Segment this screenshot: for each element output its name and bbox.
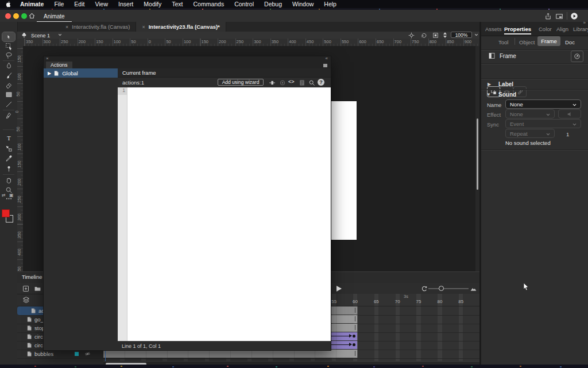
puppet-pin-tool-icon[interactable] xyxy=(2,164,15,173)
menu-animate[interactable]: Animate xyxy=(15,1,49,7)
menu-window[interactable]: Window xyxy=(287,1,319,7)
timeline-tab[interactable]: Timeline xyxy=(22,274,42,280)
panel-close-icon[interactable]: × xyxy=(46,56,49,61)
menu-debug[interactable]: Debug xyxy=(259,1,287,7)
play-button[interactable] xyxy=(335,285,343,292)
fill-color-swatch[interactable] xyxy=(2,209,10,217)
h-ruler-label: 400 xyxy=(289,39,296,44)
tree-expand-icon[interactable]: ▶ xyxy=(48,71,51,76)
menu-view[interactable]: View xyxy=(90,1,113,7)
hand-tool-icon[interactable] xyxy=(2,175,15,185)
frame-view-icon[interactable] xyxy=(469,285,477,292)
frame-options-button[interactable] xyxy=(571,51,583,62)
menu-commands[interactable]: Commands xyxy=(188,1,230,7)
close-tab-icon[interactable]: × xyxy=(142,24,145,30)
tab-library[interactable]: Library xyxy=(573,26,588,32)
end-frame-marker xyxy=(355,316,356,321)
menu-text[interactable]: Text xyxy=(167,1,188,7)
classic-brush-tool-icon[interactable] xyxy=(2,71,15,80)
v-ruler-label: 100 xyxy=(17,143,22,151)
tab-color[interactable]: Color xyxy=(539,26,552,32)
code-format-icon[interactable]: <> xyxy=(288,79,296,86)
zoom-level-chevron-icon[interactable] xyxy=(474,32,479,37)
loop-playback-icon[interactable] xyxy=(420,285,428,292)
timeline-zoom-slider[interactable] xyxy=(428,288,469,289)
help-icon[interactable]: ? xyxy=(318,79,324,86)
center-frame-icon[interactable] xyxy=(408,32,415,38)
scene-chevron-icon[interactable] xyxy=(57,32,63,37)
tab-align[interactable]: Align xyxy=(556,26,568,32)
more-tools-icon[interactable] xyxy=(2,194,15,203)
script-editor[interactable]: 1 xyxy=(118,87,331,341)
h-ruler-label: 200 xyxy=(219,39,226,44)
vertical-scrollbar[interactable] xyxy=(475,46,479,271)
apple-menu-icon[interactable] xyxy=(0,1,15,7)
close-window-button[interactable] xyxy=(5,13,11,19)
publish-settings-icon[interactable] xyxy=(555,12,564,21)
sound-section-chevron-icon[interactable]: ▼ xyxy=(486,92,491,97)
doc-tab-interactivity23[interactable]: × Interactivity23.fla (Canvas)* xyxy=(136,22,226,32)
edit-scene-icon[interactable] xyxy=(21,32,27,38)
menu-insert[interactable]: Insert xyxy=(113,1,138,7)
doc-tab-interactivity[interactable]: × Interactivity.fla (Canvas) xyxy=(60,22,136,32)
timeline-zoom-knob[interactable] xyxy=(439,286,444,291)
tree-item-global[interactable]: ▶ Global xyxy=(44,68,118,78)
pen-tool-icon[interactable] xyxy=(2,111,15,120)
zoom-tool-icon[interactable] xyxy=(2,185,15,194)
new-folder-button[interactable] xyxy=(33,285,41,292)
rotation-tool-icon[interactable] xyxy=(420,32,427,38)
subtab-tool[interactable]: Tool xyxy=(498,39,508,45)
scene-label[interactable]: Scene 1 xyxy=(31,33,50,39)
panel-menu-icon[interactable] xyxy=(322,63,328,68)
share-icon[interactable] xyxy=(543,12,552,21)
subtab-frame[interactable]: Frame xyxy=(537,36,560,46)
menu-items: AnimateFileEditViewInsertModifyTextComma… xyxy=(15,1,342,7)
eyedropper-tool-icon[interactable] xyxy=(2,154,15,163)
close-tab-icon[interactable]: × xyxy=(65,24,68,30)
line-tool-icon[interactable] xyxy=(2,99,15,109)
minimize-window-button[interactable] xyxy=(13,13,19,19)
vertical-scrollbar-thumb[interactable] xyxy=(477,118,478,190)
v-ruler-label: 150 xyxy=(17,55,22,63)
menu-file[interactable]: File xyxy=(49,1,69,7)
eraser-tool-icon[interactable] xyxy=(2,80,15,90)
h-ruler-label: 450 xyxy=(307,39,314,44)
zoom-stepper[interactable] xyxy=(443,32,447,38)
subtab-doc[interactable]: Doc xyxy=(565,39,575,45)
test-movie-icon[interactable] xyxy=(570,12,579,21)
layer-outline-color-swatch[interactable] xyxy=(75,352,79,356)
panel-expand-icon[interactable]: » xyxy=(583,20,586,25)
asset-warp-tool-icon[interactable] xyxy=(2,144,15,153)
sound-name-select[interactable]: None xyxy=(505,99,581,109)
fluid-brush-tool-icon[interactable] xyxy=(2,61,15,70)
clip-content-icon[interactable] xyxy=(432,32,439,38)
menu-control[interactable]: Control xyxy=(229,1,259,7)
free-transform-tool-icon[interactable] xyxy=(2,41,15,51)
find-icon[interactable] xyxy=(308,79,315,86)
label-section-header[interactable]: Label xyxy=(498,81,513,87)
home-icon[interactable] xyxy=(28,12,36,20)
tab-assets[interactable]: Assets xyxy=(485,26,502,32)
label-section-chevron-icon[interactable]: ▶ xyxy=(488,82,491,87)
sound-section-header[interactable]: Sound xyxy=(498,91,516,98)
panel-collapse-icon[interactable]: « xyxy=(326,56,328,61)
layer-hidden-eye-slash-icon[interactable] xyxy=(84,351,91,357)
menu-edit[interactable]: Edit xyxy=(69,1,90,7)
zoom-level-input[interactable]: 100% xyxy=(451,32,472,38)
lasso-tool-icon[interactable] xyxy=(2,51,15,60)
rectangle-tool-icon[interactable] xyxy=(2,90,15,99)
selection-tool-icon[interactable] xyxy=(2,32,15,41)
pin-script-icon[interactable] xyxy=(268,79,276,86)
add-using-wizard-button[interactable]: Add using wizard xyxy=(218,79,264,86)
layer-doc-icon xyxy=(26,351,32,357)
menu-help[interactable]: Help xyxy=(319,1,342,7)
repeat-count-value[interactable]: 1 xyxy=(566,131,569,137)
actions-tab[interactable]: Actions xyxy=(46,62,72,68)
zoom-window-button[interactable] xyxy=(21,13,27,19)
workspace-tab-animate[interactable]: Animate xyxy=(37,11,72,22)
tab-properties[interactable]: Properties xyxy=(504,26,531,34)
menu-modify[interactable]: Modify xyxy=(138,1,167,7)
subtab-object[interactable]: Object xyxy=(519,39,535,45)
text-tool-icon[interactable]: T xyxy=(2,133,15,143)
new-layer-button[interactable] xyxy=(22,285,30,292)
